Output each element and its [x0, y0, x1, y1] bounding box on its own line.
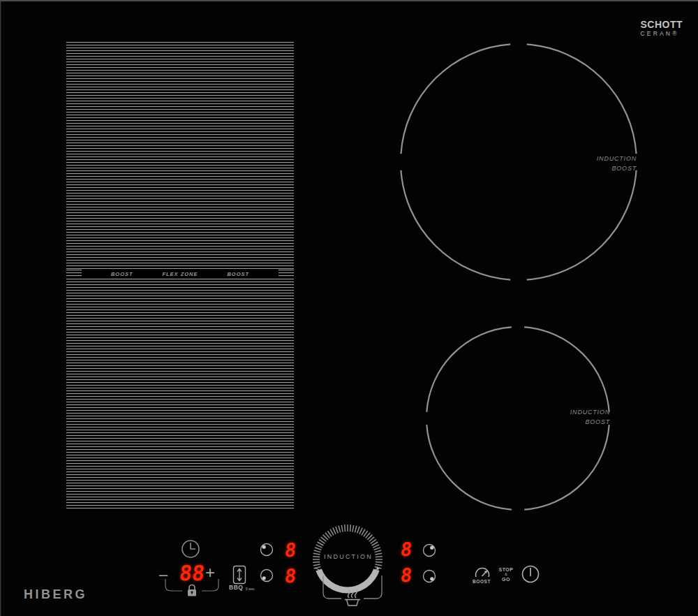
hiberg-logo: HIBERG [24, 587, 87, 602]
flex-zone-area: BOOST FLEX ZONE BOOST [66, 42, 294, 510]
zone-knob-icon-left-bottom[interactable] [259, 568, 274, 583]
induction-boost-label-top: INDUCTION BOOST [551, 154, 637, 173]
zone-bottom-label-line2: BOOST [585, 418, 610, 425]
induction-dial-tick-ring [313, 525, 383, 569]
timer-plus-button[interactable]: + [205, 564, 215, 581]
bbq-slider-icon[interactable] [232, 565, 246, 585]
bbq-hold-text: 3 sec [245, 587, 254, 591]
cooktop-surface: SCHOTT CERAN® BOOST FLEX ZONE BOOST [0, 0, 698, 616]
stop-go-button[interactable]: STOP & GO [495, 567, 517, 582]
zone-top-label-line1: INDUCTION [597, 155, 637, 162]
zone-bottom-label-line1: INDUCTION [570, 409, 610, 416]
zone-knob-icon-right-top[interactable] [422, 543, 437, 558]
schott-logo-line1: SCHOTT [640, 20, 683, 30]
schott-logo-line2: CERAN® [640, 31, 683, 37]
boost-gauge-icon[interactable] [473, 566, 491, 580]
induction-dial-slider-arc[interactable] [319, 570, 377, 590]
zone-display-left-bottom: 8 [280, 566, 300, 585]
flex-zone-label: FLEX ZONE [162, 271, 198, 277]
flex-zone-hatch-bottom [66, 279, 294, 510]
zone-top-label-line2: BOOST [611, 165, 637, 172]
zone-knob-icon-right-bottom[interactable] [422, 569, 437, 584]
schott-ceran-logo: SCHOTT CERAN® [640, 20, 683, 37]
keep-warm-icon[interactable] [345, 589, 360, 606]
dial-plus-mark[interactable]: + [373, 563, 382, 575]
dial-minus-mark[interactable]: – [313, 562, 322, 574]
zone-display-right-bottom: 8 [396, 566, 416, 585]
power-icon[interactable] [520, 564, 541, 585]
zone-display-right-top: 8 [396, 540, 416, 559]
boost-button-label[interactable]: BOOST [466, 579, 497, 584]
flex-zone-band-stub-left [66, 270, 82, 278]
induction-boost-label-bottom: INDUCTION BOOST [525, 408, 610, 427]
flex-zone-band-stub-right [279, 270, 294, 278]
stop-go-go-text: GO [495, 577, 517, 582]
bbq-label-text: BBQ [229, 584, 243, 591]
zone-display-left-top: 8 [280, 541, 300, 559]
bbq-label: BBQ 3 sec [229, 584, 262, 591]
timer-clock-icon[interactable] [180, 538, 201, 559]
zone-knob-icon-left-top[interactable] [259, 542, 274, 557]
flex-zone-label-band: BOOST FLEX ZONE BOOST [66, 269, 294, 279]
glass-edge-top [0, 0, 698, 2]
timer-minus-button[interactable]: – [159, 567, 168, 582]
dial-bracket [323, 575, 382, 599]
flex-zone-boost-right-label: BOOST [227, 271, 249, 277]
flex-zone-boost-left-label: BOOST [111, 271, 133, 277]
glass-edge-left [0, 0, 1, 616]
induction-dial-label: INDUCTION [316, 553, 380, 560]
flex-zone-hatch-top [66, 42, 294, 269]
child-lock-icon[interactable] [185, 582, 199, 598]
